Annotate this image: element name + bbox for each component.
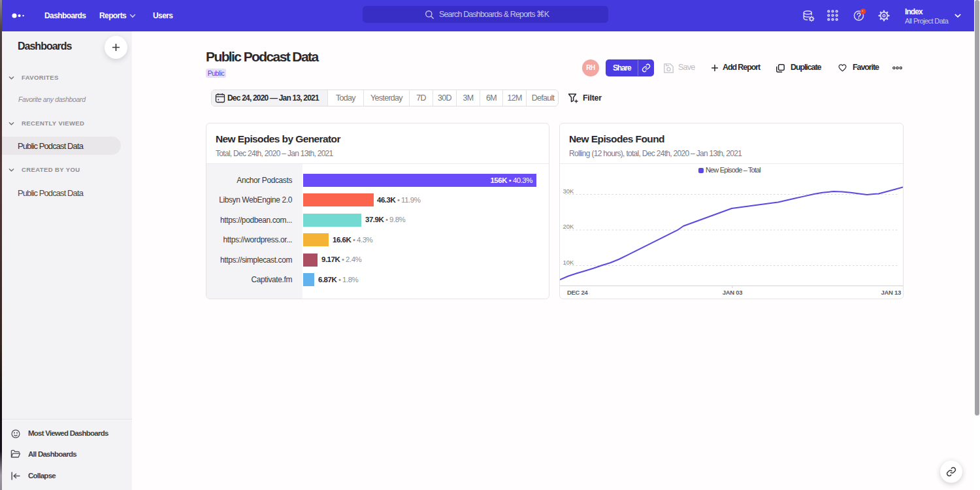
svg-text:10K: 10K xyxy=(563,259,575,266)
svg-text:JAN 13: JAN 13 xyxy=(881,289,901,296)
svg-text:JAN 03: JAN 03 xyxy=(723,289,742,296)
svg-text:20K: 20K xyxy=(563,223,575,230)
svg-text:30K: 30K xyxy=(563,188,575,195)
svg-text:DEC 24: DEC 24 xyxy=(567,289,588,296)
